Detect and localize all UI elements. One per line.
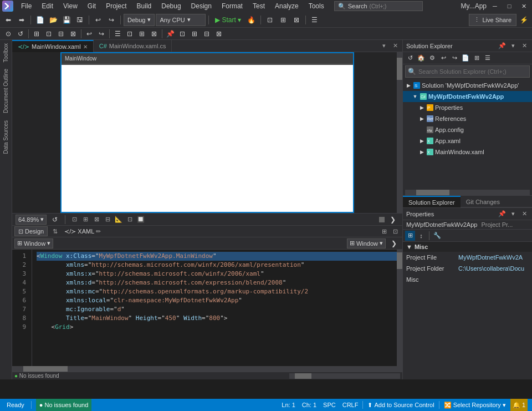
close-button[interactable]: ✕ xyxy=(518,0,530,12)
tree-project[interactable]: ▼ C# MyWpfDotnetFwkWv2App xyxy=(403,91,532,102)
se-btn-4[interactable]: ↩ xyxy=(438,53,448,63)
open-btn[interactable]: 📂 xyxy=(47,14,59,26)
zoom-icon-7[interactable]: 🔲 xyxy=(136,215,146,225)
code-content[interactable]: <Window x:Class="MyWpfDotnetFwkWv2App.Ma… xyxy=(32,250,397,366)
toolbar-misc-3[interactable]: ⊠ xyxy=(290,14,303,26)
start-button[interactable]: ▶ Start ▾ xyxy=(212,14,244,26)
tab-ctrl-list[interactable]: ▾ xyxy=(379,41,389,51)
tb2-btn-10[interactable]: ⊡ xyxy=(124,28,136,40)
se-hscroll[interactable] xyxy=(405,190,530,195)
debug-config-dropdown[interactable]: Debug ▾ xyxy=(124,14,155,26)
design-toggle[interactable]: ⊡ Design xyxy=(14,226,48,236)
menu-tools[interactable]: Tools xyxy=(304,0,329,12)
tree-app-config[interactable]: ▶ cfg App.config xyxy=(403,124,532,135)
tb2-btn-3[interactable]: ⊞ xyxy=(30,28,43,40)
menu-design[interactable]: Design xyxy=(187,0,216,12)
se-btn-5[interactable]: ↪ xyxy=(449,53,459,63)
menu-project[interactable]: Project xyxy=(101,0,131,12)
se-btn-7[interactable]: ⊞ xyxy=(472,53,482,63)
tree-solution-root[interactable]: ▶ S Solution 'MyWpfDotnetFwkWv2App' xyxy=(403,80,532,91)
menu-debug[interactable]: Debug xyxy=(157,0,185,12)
hot-reload-btn[interactable]: 🔥 xyxy=(245,14,258,26)
add-to-source-control[interactable]: ⬆ Add to Source Control xyxy=(365,399,436,411)
status-ln[interactable]: Ln: 1 xyxy=(279,399,297,411)
canvas-vscroll[interactable] xyxy=(397,52,402,213)
select-repository[interactable]: 🔀 Select Repository ▾ xyxy=(442,399,508,411)
se-btn-6[interactable]: 📄 xyxy=(461,53,470,63)
se-btn-3[interactable]: ⚙ xyxy=(427,53,437,63)
status-crlf[interactable]: CRLF xyxy=(340,399,361,411)
minimize-button[interactable]: ─ xyxy=(489,0,501,12)
zoom-hscroll[interactable] xyxy=(379,217,385,222)
xaml-hscroll[interactable] xyxy=(12,366,402,372)
menu-build[interactable]: Build xyxy=(132,0,156,12)
tb2-btn-17[interactable]: ⊠ xyxy=(213,28,225,40)
props-dropdown-btn[interactable]: ▾ xyxy=(509,210,518,219)
se-dropdown-btn[interactable]: ▾ xyxy=(509,42,518,50)
swap-button[interactable]: ⇅ xyxy=(50,226,60,236)
undo-btn[interactable]: ↩ xyxy=(92,14,104,26)
menu-file[interactable]: File xyxy=(17,0,36,12)
se-btn-8[interactable]: ☰ xyxy=(483,53,493,63)
tab-solution-explorer[interactable]: Solution Explorer xyxy=(403,196,461,208)
xaml-expand-btn[interactable]: ❯ xyxy=(388,237,400,250)
se-search-box[interactable]: 🔍 xyxy=(405,65,530,78)
bottom-hscroll[interactable] xyxy=(289,373,400,379)
dxbar-btn-2[interactable]: ⊡ xyxy=(390,226,400,236)
restore-button[interactable]: □ xyxy=(503,0,515,12)
tb2-btn-11[interactable]: ⊞ xyxy=(136,28,148,40)
toolbar-back-btn[interactable]: ⬅ xyxy=(2,14,14,26)
zoom-expand[interactable]: ❯ xyxy=(387,214,399,226)
status-ready[interactable]: Ready xyxy=(4,399,27,411)
zoom-icon-5[interactable]: 📐 xyxy=(114,215,124,225)
menu-view[interactable]: View xyxy=(59,0,82,12)
tb2-btn-8[interactable]: ↪ xyxy=(95,28,108,40)
se-close-btn[interactable]: ✕ xyxy=(520,42,529,50)
se-btn-2[interactable]: 🏠 xyxy=(416,53,426,63)
tb2-btn-13[interactable]: 📌 xyxy=(164,28,176,40)
global-search-box[interactable]: 🔍 Search (Ctrl+;) xyxy=(334,1,423,11)
tree-app-xaml[interactable]: ▶ X App.xaml xyxy=(403,135,532,146)
status-no-issues[interactable]: ● No issues found xyxy=(36,399,92,411)
toolbar-forward-btn[interactable]: ➡ xyxy=(16,14,28,26)
hscroll-track[interactable] xyxy=(289,373,400,379)
save-all-btn[interactable]: 🖫 xyxy=(74,14,86,26)
tb2-btn-2[interactable]: ↺ xyxy=(14,28,27,40)
props-close-btn[interactable]: ✕ xyxy=(520,210,529,219)
save-btn[interactable]: 💾 xyxy=(60,14,73,26)
tb2-btn-12[interactable]: ⊠ xyxy=(148,28,160,40)
toolbar-misc-2[interactable]: ⊞ xyxy=(277,14,289,26)
xaml-vscroll[interactable] xyxy=(397,250,402,366)
tab-mainwindow-close[interactable]: ✕ xyxy=(83,44,88,50)
tab-mainwindow-xaml[interactable]: ≺/≻ MainWindow.xaml ✕ xyxy=(12,40,94,52)
tab-ctrl-close[interactable]: ✕ xyxy=(390,41,400,51)
tb2-btn-4[interactable]: ⊡ xyxy=(43,28,55,40)
se-search-input[interactable] xyxy=(418,68,527,75)
tb2-btn-15[interactable]: ⊞ xyxy=(188,28,201,40)
menu-edit[interactable]: Edit xyxy=(37,0,58,12)
zoom-dropdown[interactable]: 64.89% ▾ xyxy=(16,215,47,225)
sidebar-data-sources[interactable]: Data Sources xyxy=(2,117,10,158)
tree-properties[interactable]: ▶ P Properties xyxy=(403,102,532,113)
toolbar-ext-btn[interactable]: ⚡ xyxy=(518,14,530,26)
tb2-btn-16[interactable]: ⊟ xyxy=(201,28,213,40)
xaml-left-dropdown[interactable]: ⊞ Window ▾ xyxy=(14,239,53,248)
tree-mainwindow-xaml[interactable]: ▶ X MainWindow.xaml xyxy=(403,146,532,158)
zoom-refresh[interactable]: ↺ xyxy=(49,214,61,226)
live-share-button[interactable]: ⋮ Live Share xyxy=(469,14,516,26)
tb2-btn-9[interactable]: ☰ xyxy=(111,28,124,40)
tree-references[interactable]: ▶ Ref References xyxy=(403,113,532,124)
toolbar-misc-4[interactable]: ☰ xyxy=(309,14,321,26)
toolbar-misc-1[interactable]: ⊡ xyxy=(264,14,276,26)
notification-badge[interactable]: 🔔 1 xyxy=(510,399,528,411)
zoom-icon-3[interactable]: ⊠ xyxy=(91,215,101,225)
props-sort-btn[interactable]: ↕ xyxy=(416,231,426,241)
new-file-btn[interactable]: 📄 xyxy=(34,14,46,26)
xaml-right-dropdown[interactable]: ⊞ Window ▾ xyxy=(347,239,386,248)
props-wrench-btn[interactable]: 🔧 xyxy=(432,231,442,241)
status-ch[interactable]: Ch: 1 xyxy=(300,399,319,411)
zoom-icon-1[interactable]: ⊡ xyxy=(69,215,79,225)
se-btn-1[interactable]: ↺ xyxy=(405,53,415,63)
cpu-config-dropdown[interactable]: Any CPU ▾ xyxy=(156,14,206,26)
tb2-btn-14[interactable]: ⊡ xyxy=(176,28,188,40)
